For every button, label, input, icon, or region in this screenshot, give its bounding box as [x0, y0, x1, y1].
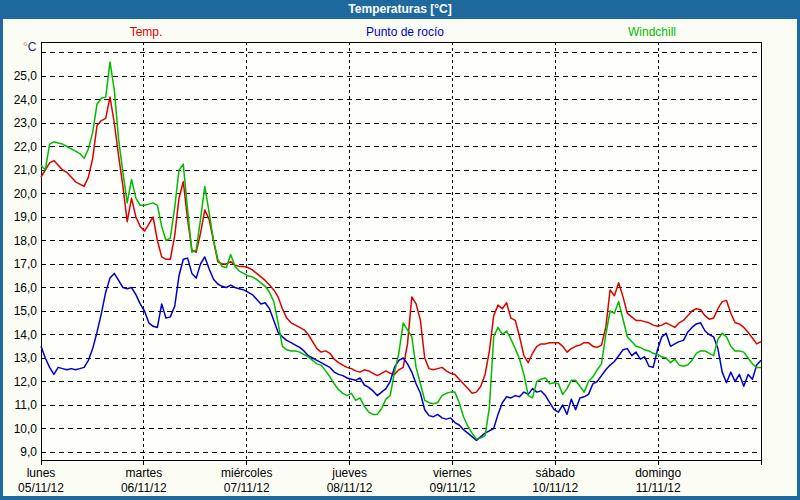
chart-panel: Temp. Punto de rocío Windchill °C 25,024…	[3, 19, 797, 496]
day-date-label: 10/11/12	[532, 481, 578, 495]
day-name-label: lunes	[27, 466, 56, 480]
day-name-label: jueves	[331, 466, 367, 480]
y-axis-tick-label: 14,0	[14, 328, 38, 342]
app-window: Temperaturas [°C] Temp. Punto de rocío W…	[0, 0, 800, 500]
y-axis-tick-label: 25,0	[14, 69, 38, 83]
y-axis-tick-label: 13,0	[14, 351, 38, 365]
day-date-label: 08/11/12	[327, 481, 373, 495]
y-axis-tick-label: 23,0	[14, 116, 38, 130]
y-axis-tick-label: 15,0	[14, 304, 38, 318]
day-date-label: 05/11/12	[18, 481, 64, 495]
day-name-label: miércoles	[221, 466, 272, 480]
day-name-label: martes	[126, 466, 163, 480]
y-axis-tick-label: 21,0	[14, 163, 38, 177]
y-axis-tick-label: 24,0	[14, 93, 38, 107]
y-axis-tick-label: 11,0	[15, 398, 38, 412]
y-axis-tick-label: 16,0	[14, 281, 38, 295]
plot-background	[41, 42, 761, 460]
y-axis-tick-label: 9,0	[20, 445, 37, 459]
y-axis-tick-label: 19,0	[14, 210, 38, 224]
title-bar: Temperaturas [°C]	[0, 0, 800, 19]
temperature-chart: 25,024,023,022,021,020,019,018,017,016,0…	[3, 19, 797, 496]
y-axis-tick-label: 22,0	[14, 140, 38, 154]
day-date-label: 11/11/12	[636, 481, 681, 495]
window-title: Temperaturas [°C]	[348, 2, 451, 16]
y-axis-tick-label: 12,0	[14, 375, 38, 389]
y-axis-tick-label: 20,0	[14, 187, 38, 201]
y-axis-tick-label: 17,0	[14, 257, 38, 271]
day-name-label: viernes	[433, 466, 472, 480]
day-date-label: 09/11/12	[430, 481, 476, 495]
y-axis-tick-label: 18,0	[14, 234, 38, 248]
day-date-label: 06/11/12	[121, 481, 167, 495]
day-name-label: domingo	[635, 466, 681, 480]
day-date-label: 07/11/12	[224, 481, 270, 495]
day-name-label: sábado	[536, 466, 576, 480]
y-axis-tick-label: 10,0	[14, 422, 38, 436]
